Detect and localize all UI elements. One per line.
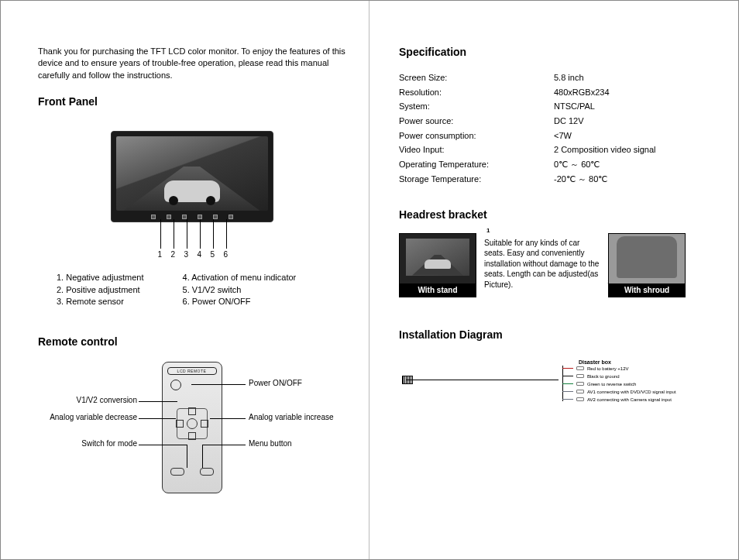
remote-label: Menu button <box>249 439 292 448</box>
spec-value: 480xRGBx234 <box>554 85 610 100</box>
power-icon <box>170 380 181 390</box>
callout-number: 5 <box>211 250 215 259</box>
monitor-icon <box>111 131 273 222</box>
installation-section: Installation Diagram Disaster box Red to… <box>399 328 706 418</box>
installation-heading: Installation Diagram <box>399 328 706 341</box>
spec-value: <7W <box>554 129 572 143</box>
remote-label: Analog variable increase <box>249 413 334 421</box>
legend-item: 4. Activation of menu indicator <box>183 272 297 283</box>
legend-item: 2. Positive adjustment <box>57 284 144 296</box>
headrest-paragraph: Suitable for any kinds of car seats. Eas… <box>484 239 599 289</box>
remote-label: Power ON/OFF <box>249 379 302 387</box>
specification-heading: Specification <box>399 46 706 58</box>
wire-label: AV1 connecting with DVD/VCD signal input <box>587 390 676 394</box>
installation-diagram: Disaster box Red to battery +12V Black t… <box>399 356 706 418</box>
spec-value: 5.8 inch <box>554 70 584 85</box>
remote-heading: Remote control <box>38 335 345 348</box>
spec-value: NTSC/PAL <box>554 99 595 114</box>
callout-number: 4 <box>198 250 202 259</box>
spec-value: 0℃ ～ 60℃ <box>554 157 600 172</box>
thumb-caption: With shroud <box>609 283 685 297</box>
dpad-icon <box>177 408 208 439</box>
remote-label: Switch for mode <box>69 439 137 448</box>
callout-number: 1 <box>158 250 163 259</box>
spec-key: Video Input: <box>399 143 554 157</box>
mode-button-icon <box>170 468 184 476</box>
headrest-figure: With stand 1 Suitable for any kinds of c… <box>399 233 706 297</box>
spec-key: Screen Size: <box>399 70 554 85</box>
with-stand-thumb: With stand <box>399 233 476 297</box>
callout-number: 6 <box>224 250 229 259</box>
remote-label: Analog variable decrease <box>38 413 137 421</box>
specification-table: Screen Size:5.8 inch Resolution:480xRGBx… <box>399 70 706 187</box>
wire-label: Green to reverse switch <box>587 382 636 387</box>
right-column: Specification Screen Size:5.8 inch Resol… <box>370 1 738 559</box>
front-panel-figure: 1 2 3 4 5 6 <box>111 131 273 264</box>
headrest-heading: Headrest bracket <box>399 208 706 221</box>
ref-number: 1 <box>486 227 490 235</box>
left-column: Thank you for purchasing the TFT LCD col… <box>1 1 370 559</box>
callout-number: 3 <box>184 250 189 259</box>
intro-text: Thank you for purchasing the TFT LCD col… <box>38 46 345 81</box>
callout-number: 2 <box>171 250 176 259</box>
legend-item: 1. Negative adjustment <box>57 272 144 283</box>
with-shroud-thumb: With shroud <box>608 233 686 297</box>
spec-value: -20℃ ～ 80℃ <box>554 172 607 187</box>
remote-icon: LCD REMOTE <box>162 362 222 493</box>
spec-key: Storage Temperature: <box>399 172 554 187</box>
front-panel-callouts: 1 2 3 4 5 6 <box>111 219 273 264</box>
wire-label: AV2 connecting with Camera signal input <box>587 397 672 402</box>
spec-key: Resolution: <box>399 85 554 100</box>
disaster-box-label: Disaster box <box>562 359 706 365</box>
spec-key: Operating Temperature: <box>399 157 554 172</box>
spec-value: DC 12V <box>554 114 584 129</box>
legend-item: 5. V1/V2 switch <box>183 284 297 296</box>
remote-label: V1/V2 conversion <box>58 396 137 404</box>
front-panel-legend: 1. Negative adjustment 2. Positive adjus… <box>57 272 345 307</box>
legend-item: 6. Power ON/OFF <box>183 296 297 307</box>
manual-page: Thank you for purchasing the TFT LCD col… <box>0 0 739 560</box>
spec-value: 2 Composition video signal <box>554 143 655 157</box>
front-panel-heading: Front Panel <box>38 95 345 108</box>
wire-label: Black to ground <box>587 374 620 379</box>
menu-button-icon <box>200 468 214 476</box>
remote-device-label: LCD REMOTE <box>167 367 217 375</box>
wire-label: Red to battery +12V <box>587 366 629 371</box>
spec-key: Power consumption: <box>399 129 554 143</box>
legend-item: 3. Remote sensor <box>57 296 144 307</box>
thumb-caption: With stand <box>400 283 476 297</box>
remote-section: Remote control LCD REMOTE <box>38 335 345 509</box>
spec-key: System: <box>399 99 554 114</box>
spec-key: Power source: <box>399 114 554 129</box>
headrest-text: 1 Suitable for any kinds of car seats. E… <box>484 238 600 290</box>
